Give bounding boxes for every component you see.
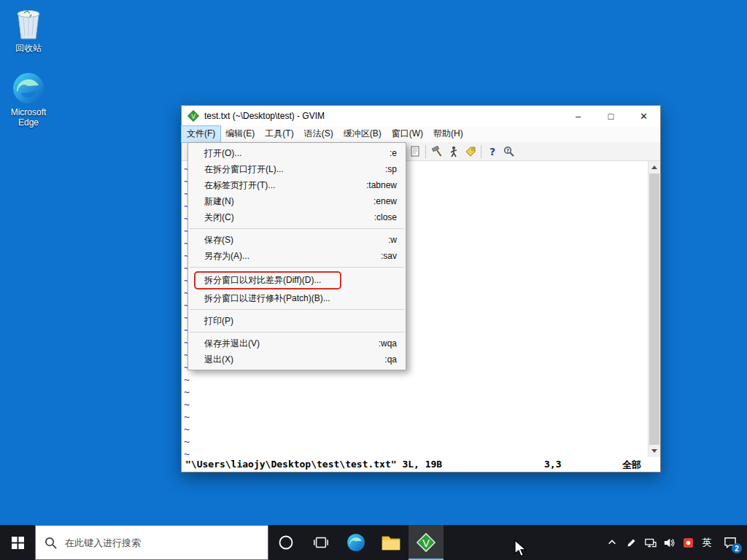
menu-item-shortcut: :tabnew — [366, 180, 397, 190]
taskbar-search[interactable] — [35, 525, 268, 560]
statusbar-cursor-position: 3,3 — [544, 459, 561, 470]
taskbar-gvim-button[interactable]: V — [409, 525, 444, 560]
taskbar: V 英 2 — [0, 525, 747, 560]
menu-item-split-diff[interactable]: 拆分窗口以对比差异(Diff)(D)... — [188, 271, 406, 290]
toolbar-separator — [481, 145, 481, 158]
menu-tools[interactable]: 工具(T) — [260, 126, 298, 142]
network-icon — [644, 537, 657, 548]
scroll-up-button[interactable] — [649, 161, 660, 174]
tray-pen-button[interactable] — [622, 525, 640, 560]
vim-icon: V — [417, 533, 436, 552]
toolbar-separator — [425, 145, 426, 158]
annotation-red-box — [194, 271, 341, 289]
menu-item-open-tab[interactable]: 在标签页打开(T)...:tabnew — [188, 177, 406, 193]
menu-item-shortcut: :enew — [374, 196, 397, 206]
tray-volume-button[interactable] — [659, 525, 678, 560]
scroll-down-button[interactable] — [649, 445, 660, 457]
menu-file[interactable]: 文件(F) — [182, 126, 220, 142]
menu-item-save-quit[interactable]: 保存并退出(V):wqa — [188, 335, 406, 351]
tag-jump-icon[interactable] — [462, 144, 479, 160]
minimize-button[interactable]: – — [562, 106, 595, 126]
menu-item-label: 拆分窗口以进行修补(Patch)(B)... — [204, 292, 397, 305]
tray-chevron-button[interactable] — [603, 525, 622, 560]
menu-item-open[interactable]: 打开(O)...:e — [188, 145, 406, 161]
window-title: test.txt (~\Desktop\test) - GVIM — [204, 111, 562, 121]
menu-item-shortcut: :e — [390, 148, 397, 158]
taskbar-explorer-button[interactable] — [374, 525, 409, 560]
menu-help[interactable]: 帮助(H) — [428, 126, 468, 142]
menu-item-quit[interactable]: 退出(X):qa — [188, 351, 406, 368]
menu-edit[interactable]: 编辑(E) — [220, 126, 260, 142]
menu-item-split-patch[interactable]: 拆分窗口以进行修补(Patch)(B)... — [188, 290, 406, 306]
menu-item-shortcut: :sav — [381, 251, 397, 261]
menu-item-open-split[interactable]: 在拆分窗口打开(L)...:sp — [188, 161, 406, 177]
search-input[interactable] — [63, 537, 246, 549]
menu-item-label: 保存(S) — [204, 234, 388, 246]
menu-item-new[interactable]: 新建(N):enew — [188, 193, 406, 209]
gvim-window: V test.txt (~\Desktop\test) - GVIM – □ ✕… — [181, 105, 661, 472]
cortana-button[interactable] — [268, 525, 303, 560]
desktop-icon-label: Microsoft Edge — [11, 107, 47, 128]
titlebar[interactable]: V test.txt (~\Desktop\test) - GVIM – □ ✕ — [182, 106, 660, 126]
statusbar-scroll-position: 全部 — [622, 459, 641, 472]
tray-app-button[interactable] — [678, 525, 697, 560]
run-script-icon[interactable] — [406, 144, 423, 160]
tray-network-button[interactable] — [640, 525, 659, 560]
menu-item-label: 打开(O)... — [204, 147, 390, 160]
scrollbar-thumb[interactable] — [649, 174, 659, 445]
triangle-down-icon — [651, 449, 657, 453]
triangle-up-icon — [651, 166, 657, 169]
start-button[interactable] — [0, 525, 35, 560]
svg-text:V: V — [191, 113, 196, 120]
tilde-line: ~ — [184, 411, 648, 423]
menu-item-print[interactable]: 打印(P) — [188, 313, 406, 329]
edge-icon — [347, 533, 365, 552]
menu-item-label: 在拆分窗口打开(L)... — [204, 163, 385, 176]
menu-separator — [190, 228, 404, 229]
menu-item-shortcut: :sp — [385, 164, 397, 174]
task-view-button[interactable] — [303, 525, 338, 560]
file-explorer-icon — [382, 534, 400, 551]
tilde-line: ~ — [184, 448, 648, 457]
run-ctags-icon[interactable] — [445, 144, 462, 160]
statusbar: "\Users\liaojy\Desktop\test\test.txt" 3L… — [182, 457, 660, 472]
speaker-icon — [663, 537, 676, 548]
menu-window[interactable]: 窗口(W) — [387, 126, 428, 142]
menu-item-save[interactable]: 保存(S):w — [188, 232, 406, 248]
find-help-icon[interactable]: ? — [500, 144, 517, 160]
recycle-bin-icon — [0, 6, 57, 41]
file-menu-dropdown: 打开(O)...:e 在拆分窗口打开(L)...:sp 在标签页打开(T)...… — [187, 142, 406, 370]
statusbar-file-info: "\Users\liaojy\Desktop\test\test.txt" 3L… — [185, 459, 442, 470]
close-button[interactable]: ✕ — [627, 106, 660, 126]
taskbar-edge-button[interactable] — [338, 525, 374, 560]
action-center-button[interactable]: 2 — [716, 525, 744, 560]
editor-scrollbar[interactable] — [648, 161, 660, 457]
menu-syntax[interactable]: 语法(S) — [299, 126, 338, 142]
make-icon[interactable] — [428, 144, 445, 160]
menu-item-shortcut: :wqa — [379, 338, 397, 349]
maximize-button[interactable]: □ — [595, 106, 627, 126]
desktop-icon-edge[interactable]: Microsoft Edge — [0, 71, 57, 128]
desktop-icon-recycle-bin[interactable]: 回收站 — [0, 6, 57, 53]
system-tray: 英 2 — [603, 525, 747, 560]
ime-indicator[interactable]: 英 — [697, 525, 716, 560]
tilde-line: ~ — [184, 373, 648, 386]
menu-separator — [190, 267, 404, 268]
tilde-line: ~ — [184, 386, 648, 398]
svg-text:?: ? — [489, 146, 495, 158]
menu-item-shortcut: :close — [374, 212, 397, 222]
menu-item-label: 关闭(C) — [204, 211, 374, 224]
windows-logo-icon — [12, 537, 24, 549]
menu-item-label: 在标签页打开(T)... — [204, 179, 366, 192]
tilde-line: ~ — [184, 423, 648, 435]
help-icon[interactable]: ? — [484, 144, 500, 160]
desktop: { "desktop": { "background_color": "#0d7… — [0, 0, 747, 560]
menu-item-close[interactable]: 关闭(C):close — [188, 209, 406, 225]
task-view-icon — [313, 534, 329, 551]
tray-app-icon — [683, 537, 694, 548]
menu-item-save-as[interactable]: 另存为(A)...:sav — [188, 248, 406, 264]
search-icon — [44, 537, 57, 549]
tilde-line: ~ — [184, 435, 648, 448]
menu-separator — [190, 332, 404, 332]
menu-buffers[interactable]: 缓冲区(B) — [338, 126, 387, 142]
